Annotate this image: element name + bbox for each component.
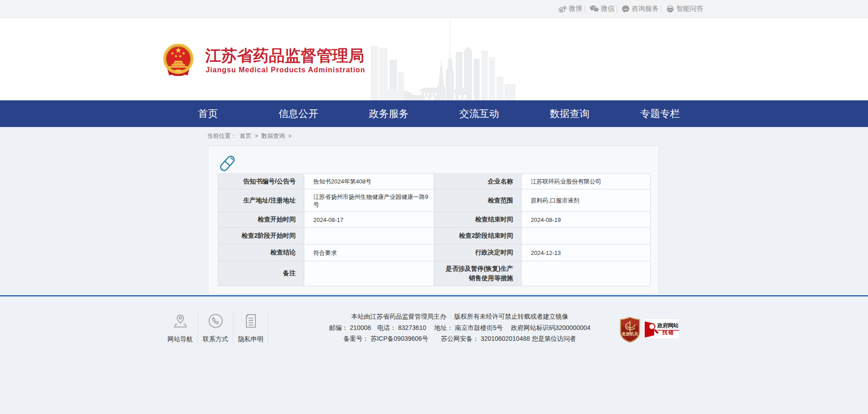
- svg-text:党政机关: 党政机关: [622, 332, 639, 336]
- svg-text:政府网站: 政府网站: [657, 322, 679, 329]
- svg-text:找错: 找错: [662, 330, 675, 335]
